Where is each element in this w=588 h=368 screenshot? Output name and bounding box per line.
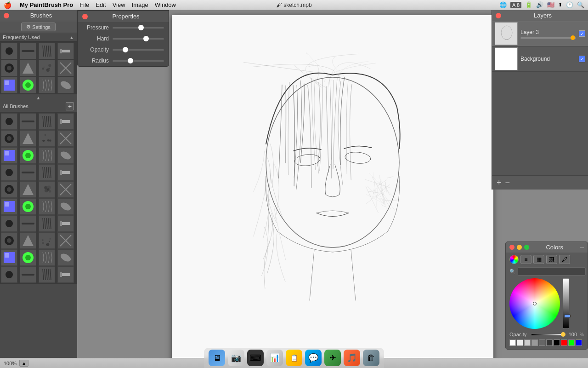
opacity-thumb[interactable] bbox=[561, 332, 565, 337]
color-image-mode-btn[interactable]: 🖼 bbox=[546, 255, 557, 264]
brush-cell[interactable] bbox=[39, 215, 55, 232]
apple-menu[interactable]: 🍎 bbox=[4, 1, 11, 9]
menu-edit[interactable]: Edit bbox=[96, 1, 106, 8]
brush-cell[interactable] bbox=[20, 164, 36, 181]
brush-cell[interactable] bbox=[57, 147, 74, 164]
layer-row-3[interactable]: Layer 3 ✓ bbox=[492, 21, 588, 46]
brush-cell[interactable] bbox=[57, 130, 74, 147]
add-layer-button[interactable]: + bbox=[497, 178, 502, 187]
brush-cell[interactable] bbox=[39, 77, 55, 93]
brush-cell[interactable] bbox=[20, 249, 36, 266]
brightness-thumb[interactable] bbox=[564, 314, 571, 318]
zoom-button[interactable]: ▲ bbox=[19, 360, 28, 367]
pressure-slider[interactable] bbox=[113, 27, 164, 29]
dock-icon-terminal[interactable]: ⌨ bbox=[247, 350, 264, 366]
properties-close-button[interactable] bbox=[82, 14, 88, 19]
brushes-close-button[interactable] bbox=[4, 13, 9, 18]
brush-cell[interactable] bbox=[1, 147, 17, 164]
brush-cell[interactable] bbox=[39, 130, 55, 147]
dock-icon-maps[interactable]: ✈ bbox=[324, 350, 341, 366]
dock-icon-trash[interactable]: 🗑 bbox=[363, 350, 379, 366]
brush-cell[interactable] bbox=[57, 215, 74, 232]
swatch-blue[interactable] bbox=[576, 339, 582, 346]
brush-cell[interactable] bbox=[20, 198, 36, 215]
brush-cell[interactable] bbox=[1, 249, 17, 266]
drawing-canvas[interactable] bbox=[172, 15, 493, 363]
brush-cell[interactable] bbox=[1, 164, 17, 181]
brush-cell[interactable] bbox=[1, 77, 17, 93]
opacity-prop-slider[interactable] bbox=[113, 49, 164, 51]
swatch-gray3[interactable] bbox=[539, 339, 545, 346]
brush-cell[interactable] bbox=[20, 130, 36, 147]
brush-cell[interactable] bbox=[39, 266, 55, 283]
swatch-darkgray[interactable] bbox=[546, 339, 553, 346]
brush-cell[interactable] bbox=[57, 232, 74, 249]
brush-cell[interactable] bbox=[57, 181, 74, 198]
remove-layer-button[interactable]: − bbox=[505, 178, 510, 187]
brush-cell[interactable] bbox=[20, 232, 36, 249]
brush-cell[interactable] bbox=[20, 266, 36, 283]
color-crayon-mode-btn[interactable]: 🖍 bbox=[559, 255, 570, 264]
brush-cell[interactable] bbox=[57, 77, 74, 93]
color-wheel-mode-btn[interactable] bbox=[509, 255, 519, 264]
brush-cell[interactable] bbox=[20, 77, 36, 93]
scroll-up-arrow[interactable]: ▲ bbox=[0, 94, 77, 101]
layer-3-visibility-checkbox[interactable]: ✓ bbox=[579, 30, 585, 37]
layer-3-opacity-bar[interactable] bbox=[520, 37, 576, 39]
menu-window[interactable]: Window bbox=[155, 1, 176, 8]
brightness-slider[interactable] bbox=[563, 278, 569, 329]
brush-cell[interactable] bbox=[39, 113, 55, 130]
swatch-gray1[interactable] bbox=[524, 339, 531, 346]
brush-cell[interactable] bbox=[1, 130, 17, 147]
brush-cell[interactable] bbox=[39, 164, 55, 181]
brush-cell[interactable] bbox=[1, 60, 17, 76]
dock-icon-music[interactable]: 🎵 bbox=[344, 350, 360, 366]
dock-icon-activity[interactable]: 📊 bbox=[266, 350, 283, 366]
hard-slider[interactable] bbox=[113, 38, 164, 40]
dock-icon-skype[interactable]: 💬 bbox=[305, 350, 322, 366]
swatch-lightgray[interactable] bbox=[517, 339, 523, 346]
layer-background-visibility-checkbox[interactable]: ✓ bbox=[579, 56, 585, 62]
color-palette-mode-btn[interactable]: ▦ bbox=[533, 255, 544, 264]
menu-image[interactable]: Image bbox=[132, 1, 148, 8]
brush-cell[interactable] bbox=[1, 198, 17, 215]
brush-cell[interactable] bbox=[39, 198, 55, 215]
radius-slider[interactable] bbox=[113, 60, 164, 62]
opacity-slider[interactable] bbox=[531, 334, 563, 335]
brush-cell[interactable] bbox=[1, 266, 17, 283]
brush-cell[interactable] bbox=[39, 147, 55, 164]
brush-cell[interactable] bbox=[57, 249, 74, 266]
brush-cell[interactable] bbox=[39, 232, 55, 249]
color-wheel[interactable] bbox=[509, 278, 560, 329]
colors-close-button[interactable] bbox=[509, 245, 514, 250]
swatch-white[interactable] bbox=[509, 339, 516, 346]
brush-cell[interactable] bbox=[57, 60, 74, 76]
hard-thumb[interactable] bbox=[143, 36, 149, 41]
menu-view[interactable]: View bbox=[113, 1, 125, 8]
swatch-black[interactable] bbox=[554, 339, 560, 346]
radius-thumb[interactable] bbox=[128, 58, 133, 63]
brush-cell[interactable] bbox=[1, 181, 17, 198]
layer-3-opacity-thumb[interactable] bbox=[571, 35, 575, 40]
collapse-frequently-used[interactable]: ▲ bbox=[69, 35, 74, 40]
brush-cell[interactable] bbox=[39, 249, 55, 266]
brush-cell[interactable] bbox=[1, 43, 17, 59]
swatch-green[interactable] bbox=[568, 339, 575, 346]
menu-file[interactable]: File bbox=[79, 1, 89, 8]
brush-cell[interactable] bbox=[57, 198, 74, 215]
colors-minimize-button[interactable] bbox=[517, 245, 522, 250]
brush-cell[interactable] bbox=[20, 181, 36, 198]
brush-cell[interactable] bbox=[57, 164, 74, 181]
brush-cell[interactable] bbox=[20, 60, 36, 76]
pressure-thumb[interactable] bbox=[138, 25, 144, 30]
brush-cell[interactable] bbox=[20, 215, 36, 232]
swatch-gray2[interactable] bbox=[531, 339, 538, 346]
dock-icon-notes[interactable]: 📋 bbox=[286, 350, 302, 366]
dock-icon-finder[interactable]: 🖥 bbox=[209, 350, 225, 366]
brush-cell[interactable] bbox=[57, 43, 74, 59]
brush-cell[interactable] bbox=[20, 113, 36, 130]
settings-button[interactable]: ⚙ Settings bbox=[21, 23, 56, 31]
add-brush-button[interactable]: + bbox=[66, 102, 74, 110]
brush-cell[interactable] bbox=[39, 43, 55, 59]
brush-cell[interactable] bbox=[1, 113, 17, 130]
